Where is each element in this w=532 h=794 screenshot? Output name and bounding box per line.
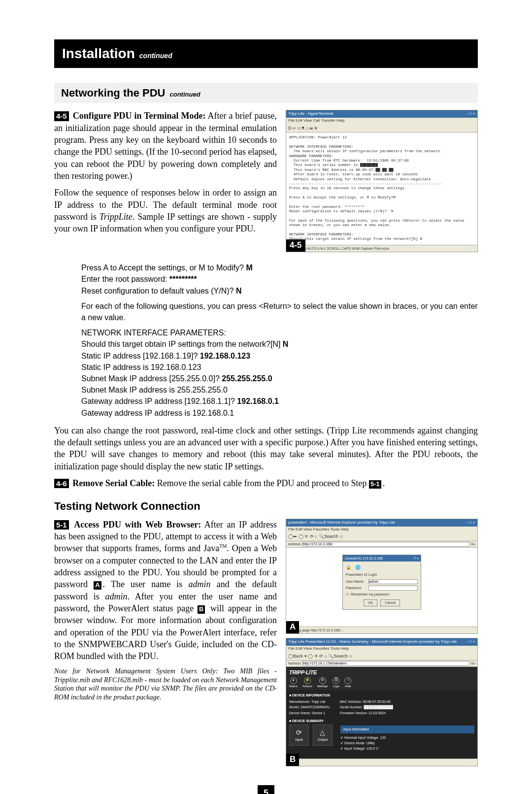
badge-b-inline: B — [198, 605, 205, 614]
step-4-5-row: 4-5 Configure PDU in Terminal Mode: Afte… — [54, 110, 478, 256]
window-controls-icon: − □ × — [466, 639, 475, 645]
browser-a-address-bar: Address Go — [286, 541, 477, 548]
page-header-bar: Installation continued — [54, 39, 478, 68]
section-networking-continued: continued — [169, 91, 200, 98]
device-summary-heading: ■ DEVICE SUMMARY — [289, 719, 474, 723]
badge-a-inline: A — [94, 581, 101, 590]
cancel-button[interactable]: Cancel — [380, 599, 400, 606]
step-4-5-paragraph-2: Follow the sequence of responses below i… — [54, 187, 277, 234]
go-button[interactable]: Go — [471, 542, 475, 546]
ok-button[interactable]: OK — [364, 599, 377, 606]
terminal-toolbar: D ☞ ⌀ ᴥ ⌂ ⌨ ⌘ — [286, 124, 477, 132]
address-input[interactable] — [302, 661, 469, 666]
username-input[interactable] — [368, 579, 418, 584]
section-networking-title: Networking the PDU — [61, 87, 165, 99]
nav-status-icon[interactable]: ●Status — [289, 677, 298, 688]
section-testing-heading: Testing Network Connection — [54, 499, 478, 514]
screenshot-b-poweralert: Tripp Lite PowerAlert 12.03 - Status Sum… — [286, 638, 478, 766]
step-5-1-paragraph: 5-1 Access PDU with Web Browser: After a… — [54, 519, 277, 662]
badge-4-6: 4-6 — [54, 479, 69, 489]
screenshot-a-login: poweralert - Microsoft Internet Explorer… — [286, 519, 478, 634]
badge-4-5: 4-5 — [54, 111, 69, 121]
screenshot-4-5-terminal: Tripp Lite - HyperTerminal − □ × File Ed… — [286, 110, 478, 252]
browser-b-status: Done — [286, 759, 477, 765]
browser-b-toolbar: ◯Back ▾ ◯ ✕ ⟳ ⌂ 🔍Search ☆ — [286, 652, 477, 661]
address-input[interactable] — [302, 542, 469, 547]
terminal-body: APPLICATION: PowerAlert 12 NETWORK INTER… — [286, 132, 477, 245]
login-dialog: Connect to 172.16.3.100 ? × 🔒 🌐 PowerAle… — [342, 555, 421, 610]
section-networking-header: Networking the PDU continued — [54, 83, 478, 103]
browser-a-body: Connect to 172.16.3.100 ? × 🔒 🌐 PowerAle… — [286, 548, 477, 627]
terminal-transcript: Press A to Accept the settings, or M to … — [81, 262, 478, 418]
browser-b-titlebar: Tripp Lite PowerAlert 12.03 - Status Sum… — [286, 638, 477, 646]
after-terminal-paragraph: You can also change the root password, r… — [54, 425, 478, 472]
screenshot-label-4-5: 4-5 — [286, 239, 305, 252]
browser-b-address-bar: Address Go — [286, 661, 477, 667]
browser-a-toolbar: ◯⬅ ◯ ✕ ⟳ ⌂ 🔍Search ☆ — [286, 532, 477, 541]
badge-5-1: 5-1 — [54, 520, 69, 530]
step-4-5-paragraph-1: 4-5 Configure PDU in Terminal Mode: Afte… — [54, 110, 277, 182]
summary-output-card[interactable]: △Output — [313, 725, 332, 745]
screenshot-label-a: A — [286, 621, 299, 633]
poweralert-header: TRIPP·LITE ●Status ⚡Actions ⚙Settings ≣L… — [286, 667, 477, 690]
nav-actions-icon[interactable]: ⚡Actions — [302, 677, 312, 688]
help-close-icon: ? × — [414, 556, 419, 561]
header-title: Installation — [62, 46, 135, 61]
nav-logs-icon[interactable]: ≣Logs — [332, 677, 339, 688]
checkbox-icon[interactable]: ☐ — [346, 592, 349, 596]
input-info-header: Input Information — [340, 726, 474, 733]
terminal-status: 0:47 VT100 AUTO 8-N-1 SCROLL CAPS NUM Ca… — [286, 245, 477, 252]
window-controls-icon: − □ × — [466, 111, 475, 117]
poweralert-body: ■ DEVICE INFORMATION Manufacturer: Tripp… — [286, 690, 477, 759]
step-5-1-row: 5-1 Access PDU with Web Browser: After a… — [54, 519, 478, 770]
step-4-5-body: After a brief pause, an initialization p… — [54, 111, 277, 180]
step-5-1-bold: Access PDU with Web Browser: — [74, 520, 201, 529]
browser-a-titlebar: poweralert - Microsoft Internet Explorer… — [286, 519, 477, 527]
page-number: 5 — [54, 785, 478, 794]
nav-help-icon[interactable]: ?Help — [344, 677, 351, 688]
browser-b-menu: File Edit View Favorites Tools Help — [286, 646, 477, 652]
screenshot-label-b: B — [286, 754, 299, 766]
step-4-6-paragraph: 4-6 Remove Serial Cable: Remove the seri… — [54, 477, 478, 489]
default-password: TrippLite — [100, 212, 133, 222]
note-mib-files: Note for Network Management System Users… — [54, 667, 277, 701]
header-continued: continued — [139, 52, 172, 60]
go-button[interactable]: Go — [471, 661, 475, 665]
window-controls-icon: − □ × — [466, 520, 475, 526]
browser-a-menu: File Edit View Favorites Tools Help — [286, 527, 477, 533]
step-4-6-bold: Remove Serial Cable: — [72, 478, 155, 488]
step-4-5-bold: Configure PDU in Terminal Mode: — [73, 111, 206, 121]
device-info-heading: ■ DEVICE INFORMATION — [289, 693, 474, 697]
terminal-titlebar: Tripp Lite - HyperTerminal − □ × — [286, 110, 477, 118]
password-input[interactable] — [368, 586, 418, 591]
browser-a-status: Opening page http://172.16.3.100/… — [286, 627, 477, 633]
terminal-menu: File Edit View Call Transfer Help — [286, 118, 477, 124]
nav-settings-icon[interactable]: ⚙Settings — [317, 677, 328, 688]
trademark-tm: TM — [219, 543, 227, 549]
badge-5-1-inline: 5-1 — [369, 480, 381, 489]
tripplite-logo: TRIPP·LITE — [289, 669, 474, 676]
summary-input-card[interactable]: ⟳Input — [289, 725, 309, 745]
